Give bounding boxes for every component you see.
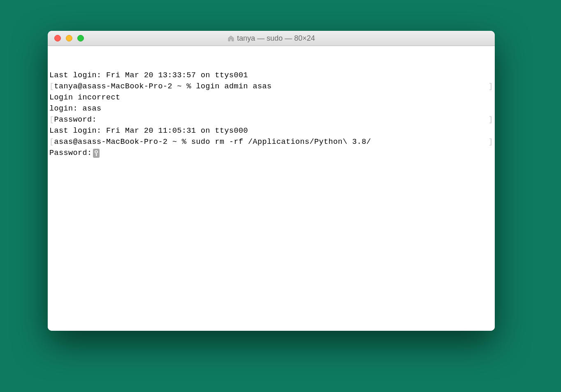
maximize-button[interactable] bbox=[77, 35, 84, 42]
terminal-text: Password: bbox=[54, 114, 489, 125]
bracket-left: [ bbox=[49, 136, 54, 148]
terminal-text: login: asas bbox=[49, 103, 102, 114]
window-title: tanya — sudo — 80×24 bbox=[48, 34, 495, 43]
svg-rect-3 bbox=[96, 155, 97, 156]
terminal-text: tanya@asass-MacBook-Pro-2 ~ % login admi… bbox=[54, 81, 489, 92]
terminal-line: Last login: Fri Mar 20 11:05:31 on ttys0… bbox=[49, 125, 493, 136]
home-icon bbox=[227, 35, 234, 42]
key-icon bbox=[93, 149, 100, 158]
svg-rect-2 bbox=[96, 154, 97, 155]
close-button[interactable] bbox=[54, 35, 61, 42]
svg-rect-1 bbox=[96, 153, 97, 156]
bracket-right: ] bbox=[488, 136, 493, 148]
terminal-line: [Password:] bbox=[49, 114, 493, 125]
terminal-line: Login incorrect bbox=[49, 92, 493, 103]
bracket-right: ] bbox=[488, 114, 493, 125]
terminal-text: Login incorrect bbox=[49, 92, 121, 103]
window-titlebar[interactable]: tanya — sudo — 80×24 bbox=[48, 31, 495, 46]
traffic-lights bbox=[48, 35, 84, 42]
bracket-right: ] bbox=[488, 81, 493, 92]
terminal-content[interactable]: Last login: Fri Mar 20 13:33:57 on ttys0… bbox=[48, 46, 495, 331]
terminal-line: Last login: Fri Mar 20 13:33:57 on ttys0… bbox=[49, 70, 493, 81]
terminal-text: Last login: Fri Mar 20 13:33:57 on ttys0… bbox=[49, 70, 248, 81]
bracket-left: [ bbox=[49, 114, 54, 125]
minimize-button[interactable] bbox=[66, 35, 72, 42]
terminal-line: [asas@asass-MacBook-Pro-2 ~ % sudo rm -r… bbox=[49, 136, 493, 148]
terminal-text: asas@asass-MacBook-Pro-2 ~ % sudo rm -rf… bbox=[54, 136, 489, 148]
terminal-line: login: asas bbox=[49, 103, 493, 114]
terminal-window: tanya — sudo — 80×24 Last login: Fri Mar… bbox=[48, 31, 495, 331]
bracket-left: [ bbox=[49, 81, 54, 92]
terminal-line: Password: bbox=[49, 148, 493, 159]
window-title-text: tanya — sudo — 80×24 bbox=[237, 34, 315, 43]
terminal-line: [tanya@asass-MacBook-Pro-2 ~ % login adm… bbox=[49, 81, 493, 92]
terminal-text: Last login: Fri Mar 20 11:05:31 on ttys0… bbox=[49, 125, 248, 136]
terminal-text: Password: bbox=[49, 148, 92, 159]
svg-point-0 bbox=[95, 150, 97, 153]
